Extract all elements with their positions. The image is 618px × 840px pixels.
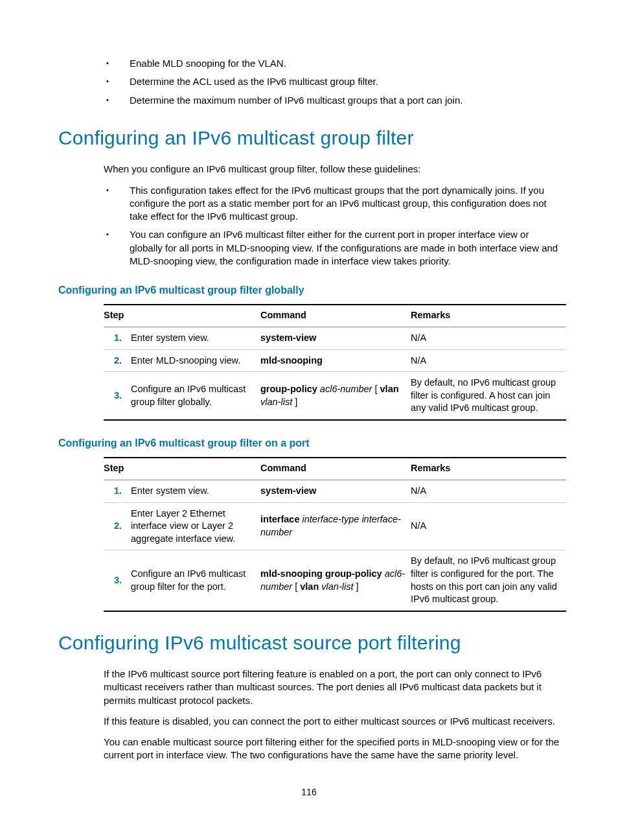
step-number: 3. (104, 372, 128, 420)
cmd-text: [ (374, 384, 380, 394)
cmd-text: vlan-list (260, 397, 292, 407)
table-row: 1. Enter system view. system-view N/A (104, 327, 566, 350)
document-page: Enable MLD snooping for the VLAN. Determ… (0, 0, 618, 840)
step-desc: Enter system view. (128, 480, 258, 503)
cmd-text: interface (260, 514, 299, 524)
step-desc: Enter Layer 2 Ethernet interface view or… (128, 502, 258, 550)
cmd-text: mld-snooping (260, 355, 323, 366)
table-row: 2. Enter MLD-snooping view. mld-snooping… (104, 349, 566, 372)
subsection-heading: Configuring an IPv6 multicast group filt… (58, 283, 560, 298)
list-item: Enable MLD snooping for the VLAN. (130, 57, 560, 70)
step-number: 1. (104, 327, 128, 350)
list-item: Determine the ACL used as the IPv6 multi… (130, 75, 560, 88)
step-desc: Enter MLD-snooping view. (128, 349, 258, 372)
cmd-text: vlan-list (321, 581, 353, 592)
table-header-command: Command (258, 458, 408, 480)
step-remarks: N/A (408, 480, 566, 503)
content-area: Enable MLD snooping for the VLAN. Determ… (104, 57, 560, 762)
step-command: mld-snooping group-policy acl6-number [ … (258, 550, 408, 611)
step-command: system-view (258, 327, 408, 350)
table-header-command: Command (258, 305, 408, 327)
step-remarks: N/A (408, 327, 566, 350)
cmd-text: system-view (260, 485, 316, 496)
table-row: 1. Enter system view. system-view N/A (104, 480, 566, 503)
intro-bullet-list: Enable MLD snooping for the VLAN. Determ… (104, 57, 560, 107)
step-desc: Enter system view. (128, 327, 258, 350)
paragraph: If this feature is disabled, you can con… (104, 715, 560, 728)
section-heading: Configuring IPv6 multicast source port f… (58, 630, 560, 657)
step-command: mld-snooping (258, 349, 408, 372)
list-item: This configuration takes effect for the … (130, 184, 560, 224)
step-desc: Configure an IPv6 multicast group filter… (128, 550, 258, 611)
paragraph: You can enable multicast source port fil… (104, 736, 560, 762)
step-number: 2. (104, 349, 128, 372)
table-header-remarks: Remarks (408, 305, 566, 327)
table-header-remarks: Remarks (408, 458, 566, 480)
step-command: system-view (258, 480, 408, 503)
cmd-text: vlan (380, 384, 399, 394)
cmd-text: mld-snooping group-policy (260, 568, 382, 579)
step-command: group-policy acl6-number [ vlan vlan-lis… (258, 372, 408, 420)
list-item: You can configure an IPv6 multicast filt… (130, 228, 560, 268)
steps-table-port: Step Command Remarks 1. Enter system vie… (104, 457, 566, 612)
step-command: interface interface-type interface-numbe… (258, 502, 408, 550)
page-number: 116 (0, 786, 618, 799)
cmd-text: system-view (260, 332, 316, 343)
cmd-text: group-policy (260, 384, 317, 394)
cmd-text: ] (295, 397, 297, 407)
section-heading: Configuring an IPv6 multicast group filt… (58, 125, 560, 152)
step-remarks: N/A (408, 502, 566, 550)
list-item: Determine the maximum number of IPv6 mul… (130, 94, 560, 107)
step-desc: Configure an IPv6 multicast group filter… (128, 372, 258, 420)
table-header-step: Step (104, 458, 258, 480)
table-row: 3. Configure an IPv6 multicast group fil… (104, 550, 566, 611)
table-row: 3. Configure an IPv6 multicast group fil… (104, 372, 566, 420)
step-remarks: N/A (408, 349, 566, 372)
cmd-text: acl6-number (320, 384, 372, 394)
step-number: 1. (104, 480, 128, 503)
step-remarks: By default, no IPv6 multicast group filt… (408, 550, 566, 611)
step-number: 2. (104, 502, 128, 550)
step-number: 3. (104, 550, 128, 611)
cmd-text: vlan (300, 581, 319, 592)
guideline-bullet-list: This configuration takes effect for the … (104, 184, 560, 268)
steps-table-global: Step Command Remarks 1. Enter system vie… (104, 304, 566, 421)
cmd-text: ] (356, 581, 359, 592)
paragraph: When you configure an IPv6 multicast gro… (104, 163, 560, 176)
step-remarks: By default, no IPv6 multicast group filt… (408, 372, 566, 420)
table-row: 2. Enter Layer 2 Ethernet interface view… (104, 502, 566, 550)
table-header-step: Step (104, 305, 258, 327)
paragraph: If the IPv6 multicast source port filter… (104, 668, 560, 707)
subsection-heading: Configuring an IPv6 multicast group filt… (58, 436, 560, 450)
